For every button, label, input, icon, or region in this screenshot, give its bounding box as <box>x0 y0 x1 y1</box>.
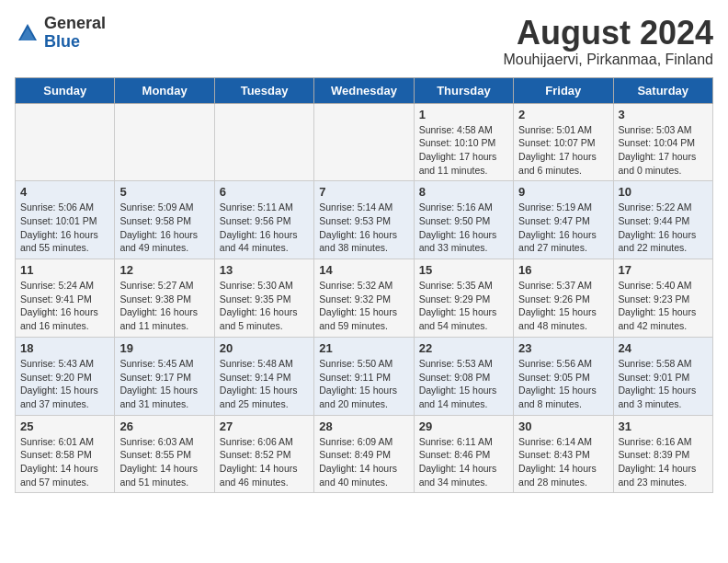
day-info: Sunrise: 5:50 AM Sunset: 9:11 PM Dayligh… <box>319 357 408 411</box>
day-info: Sunrise: 5:24 AM Sunset: 9:41 PM Dayligh… <box>20 279 109 333</box>
page-subtitle: Mouhijaervi, Pirkanmaa, Finland <box>503 52 713 68</box>
calendar-cell: 14Sunrise: 5:32 AM Sunset: 9:32 PM Dayli… <box>314 259 414 338</box>
day-number: 21 <box>319 341 408 355</box>
calendar-cell: 1Sunrise: 4:58 AM Sunset: 10:10 PM Dayli… <box>414 103 513 181</box>
logo-icon <box>15 20 40 46</box>
day-number: 20 <box>220 341 309 355</box>
calendar-cell: 31Sunrise: 6:16 AM Sunset: 8:39 PM Dayli… <box>613 415 712 493</box>
day-number: 24 <box>619 341 708 355</box>
page-title: August 2024 <box>503 15 713 52</box>
calendar-week-row: 11Sunrise: 5:24 AM Sunset: 9:41 PM Dayli… <box>16 259 713 338</box>
day-number: 31 <box>619 419 708 433</box>
day-number: 23 <box>518 341 608 355</box>
calendar-cell: 16Sunrise: 5:37 AM Sunset: 9:26 PM Dayli… <box>514 259 613 338</box>
day-info: Sunrise: 5:53 AM Sunset: 9:08 PM Dayligh… <box>419 357 508 411</box>
logo-text: General Blue <box>44 15 106 52</box>
day-info: Sunrise: 5:48 AM Sunset: 9:14 PM Dayligh… <box>220 357 309 411</box>
day-number: 10 <box>619 185 708 199</box>
calendar-cell: 23Sunrise: 5:56 AM Sunset: 9:05 PM Dayli… <box>514 337 613 415</box>
day-number: 4 <box>20 185 109 199</box>
calendar-cell <box>16 103 115 181</box>
calendar-cell: 5Sunrise: 5:09 AM Sunset: 9:58 PM Daylig… <box>115 181 214 259</box>
day-info: Sunrise: 5:11 AM Sunset: 9:56 PM Dayligh… <box>220 201 309 255</box>
calendar-cell: 26Sunrise: 6:03 AM Sunset: 8:55 PM Dayli… <box>115 415 214 493</box>
day-number: 19 <box>119 341 209 355</box>
day-info: Sunrise: 5:43 AM Sunset: 9:20 PM Dayligh… <box>20 357 109 411</box>
day-info: Sunrise: 5:30 AM Sunset: 9:35 PM Dayligh… <box>220 279 309 333</box>
calendar-cell: 6Sunrise: 5:11 AM Sunset: 9:56 PM Daylig… <box>214 181 313 259</box>
day-number: 12 <box>119 263 209 277</box>
day-number: 7 <box>319 185 408 199</box>
calendar-cell: 13Sunrise: 5:30 AM Sunset: 9:35 PM Dayli… <box>214 259 313 338</box>
day-info: Sunrise: 5:06 AM Sunset: 10:01 PM Daylig… <box>20 201 109 255</box>
day-number: 28 <box>319 419 408 433</box>
logo: General Blue <box>15 15 106 52</box>
day-info: Sunrise: 6:09 AM Sunset: 8:49 PM Dayligh… <box>319 435 408 489</box>
day-info: Sunrise: 5:40 AM Sunset: 9:23 PM Dayligh… <box>619 279 708 333</box>
calendar-cell: 22Sunrise: 5:53 AM Sunset: 9:08 PM Dayli… <box>414 337 513 415</box>
day-info: Sunrise: 5:22 AM Sunset: 9:44 PM Dayligh… <box>619 201 708 255</box>
day-info: Sunrise: 6:16 AM Sunset: 8:39 PM Dayligh… <box>619 435 708 489</box>
day-info: Sunrise: 5:56 AM Sunset: 9:05 PM Dayligh… <box>518 357 608 411</box>
day-info: Sunrise: 5:16 AM Sunset: 9:50 PM Dayligh… <box>419 201 508 255</box>
calendar-week-row: 25Sunrise: 6:01 AM Sunset: 8:58 PM Dayli… <box>16 415 713 493</box>
day-number: 26 <box>119 419 209 433</box>
calendar-week-row: 4Sunrise: 5:06 AM Sunset: 10:01 PM Dayli… <box>16 181 713 259</box>
weekday-header: Friday <box>514 77 613 103</box>
day-info: Sunrise: 5:37 AM Sunset: 9:26 PM Dayligh… <box>518 279 608 333</box>
calendar-cell: 3Sunrise: 5:03 AM Sunset: 10:04 PM Dayli… <box>613 103 712 181</box>
day-info: Sunrise: 6:01 AM Sunset: 8:58 PM Dayligh… <box>20 435 109 489</box>
day-info: Sunrise: 5:45 AM Sunset: 9:17 PM Dayligh… <box>119 357 209 411</box>
weekday-header: Sunday <box>16 77 115 103</box>
calendar-cell: 9Sunrise: 5:19 AM Sunset: 9:47 PM Daylig… <box>514 181 613 259</box>
calendar-week-row: 18Sunrise: 5:43 AM Sunset: 9:20 PM Dayli… <box>16 337 713 415</box>
day-number: 25 <box>20 419 109 433</box>
calendar-cell: 29Sunrise: 6:11 AM Sunset: 8:46 PM Dayli… <box>414 415 513 493</box>
weekday-header: Thursday <box>414 77 513 103</box>
day-number: 9 <box>518 185 608 199</box>
day-info: Sunrise: 5:27 AM Sunset: 9:38 PM Dayligh… <box>119 279 209 333</box>
day-info: Sunrise: 6:14 AM Sunset: 8:43 PM Dayligh… <box>518 435 608 489</box>
day-number: 13 <box>220 263 309 277</box>
day-number: 17 <box>619 263 708 277</box>
title-block: August 2024 Mouhijaervi, Pirkanmaa, Finl… <box>503 15 713 68</box>
calendar-cell: 11Sunrise: 5:24 AM Sunset: 9:41 PM Dayli… <box>16 259 115 338</box>
calendar-cell: 24Sunrise: 5:58 AM Sunset: 9:01 PM Dayli… <box>613 337 712 415</box>
calendar-week-row: 1Sunrise: 4:58 AM Sunset: 10:10 PM Dayli… <box>16 103 713 181</box>
calendar-cell: 19Sunrise: 5:45 AM Sunset: 9:17 PM Dayli… <box>115 337 214 415</box>
day-number: 27 <box>220 419 309 433</box>
calendar-cell <box>214 103 313 181</box>
day-number: 16 <box>518 263 608 277</box>
calendar-cell: 25Sunrise: 6:01 AM Sunset: 8:58 PM Dayli… <box>16 415 115 493</box>
day-number: 2 <box>518 108 608 121</box>
calendar-table: SundayMondayTuesdayWednesdayThursdayFrid… <box>15 77 713 494</box>
day-info: Sunrise: 5:58 AM Sunset: 9:01 PM Dayligh… <box>619 357 708 411</box>
day-info: Sunrise: 5:03 AM Sunset: 10:04 PM Daylig… <box>619 123 708 178</box>
calendar-cell: 27Sunrise: 6:06 AM Sunset: 8:52 PM Dayli… <box>214 415 313 493</box>
weekday-header: Tuesday <box>214 77 313 103</box>
day-number: 22 <box>419 341 508 355</box>
calendar-cell: 10Sunrise: 5:22 AM Sunset: 9:44 PM Dayli… <box>613 181 712 259</box>
day-number: 3 <box>619 108 708 121</box>
day-info: Sunrise: 5:14 AM Sunset: 9:53 PM Dayligh… <box>319 201 408 255</box>
day-number: 8 <box>419 185 508 199</box>
calendar-cell: 18Sunrise: 5:43 AM Sunset: 9:20 PM Dayli… <box>16 337 115 415</box>
day-info: Sunrise: 6:11 AM Sunset: 8:46 PM Dayligh… <box>419 435 508 489</box>
calendar-cell: 8Sunrise: 5:16 AM Sunset: 9:50 PM Daylig… <box>414 181 513 259</box>
day-number: 14 <box>319 263 408 277</box>
day-number: 11 <box>20 263 109 277</box>
calendar-cell: 30Sunrise: 6:14 AM Sunset: 8:43 PM Dayli… <box>514 415 613 493</box>
day-info: Sunrise: 5:19 AM Sunset: 9:47 PM Dayligh… <box>518 201 608 255</box>
day-info: Sunrise: 6:06 AM Sunset: 8:52 PM Dayligh… <box>220 435 309 489</box>
weekday-header: Saturday <box>613 77 712 103</box>
day-number: 15 <box>419 263 508 277</box>
calendar-cell: 28Sunrise: 6:09 AM Sunset: 8:49 PM Dayli… <box>314 415 414 493</box>
calendar-cell: 20Sunrise: 5:48 AM Sunset: 9:14 PM Dayli… <box>214 337 313 415</box>
calendar-cell: 4Sunrise: 5:06 AM Sunset: 10:01 PM Dayli… <box>16 181 115 259</box>
day-number: 5 <box>119 185 209 199</box>
day-number: 1 <box>419 108 508 121</box>
day-info: Sunrise: 5:01 AM Sunset: 10:07 PM Daylig… <box>518 123 608 178</box>
calendar-cell: 12Sunrise: 5:27 AM Sunset: 9:38 PM Dayli… <box>115 259 214 338</box>
calendar-cell: 21Sunrise: 5:50 AM Sunset: 9:11 PM Dayli… <box>314 337 414 415</box>
day-number: 18 <box>20 341 109 355</box>
